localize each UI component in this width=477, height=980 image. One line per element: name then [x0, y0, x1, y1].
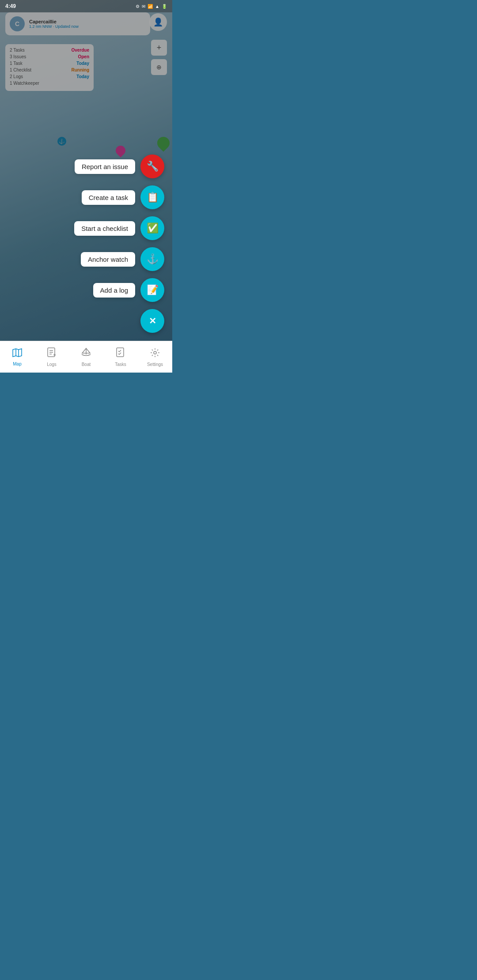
log-icon: 📝	[147, 284, 159, 296]
map-nav-label: Map	[13, 362, 21, 366]
nav-item-tasks[interactable]: Tasks	[107, 347, 134, 367]
add-log-button[interactable]: 📝	[140, 278, 164, 302]
settings-nav-icon	[150, 347, 160, 361]
fab-row-anchor-watch: Anchor watch ⚓	[81, 247, 164, 271]
anchor-icon: ⚓	[147, 253, 159, 265]
close-icon: ✕	[149, 316, 156, 326]
boat-nav-icon	[80, 347, 92, 361]
logs-nav-label: Logs	[47, 362, 57, 367]
logs-nav-icon	[47, 347, 57, 361]
fab-row-create-task: Create a task 📋	[82, 185, 164, 209]
nav-item-logs[interactable]: Logs	[38, 347, 65, 367]
fab-row-start-checklist: Start a checklist ✅	[74, 216, 164, 240]
status-time: 4:49	[5, 3, 16, 9]
fab-row-close: ✕	[140, 309, 164, 333]
fab-menu: Report an issue 🔧 Create a task 📋 Start …	[74, 155, 164, 333]
report-issue-button[interactable]: 🔧	[140, 155, 164, 178]
create-task-label[interactable]: Create a task	[82, 190, 135, 205]
fab-close-button[interactable]: ✕	[140, 309, 164, 333]
fab-row-add-log: Add a log 📝	[93, 278, 164, 302]
checklist-icon: ✅	[147, 222, 159, 234]
tasks-nav-label: Tasks	[115, 362, 126, 367]
create-task-button[interactable]: 📋	[140, 185, 164, 209]
nav-item-map[interactable]: Map	[4, 348, 30, 366]
wrench-icon: 🔧	[147, 161, 159, 172]
map-nav-icon	[12, 348, 23, 360]
wifi-icon: ▲	[155, 4, 159, 9]
boat-nav-label: Boat	[82, 362, 91, 367]
report-issue-label[interactable]: Report an issue	[75, 159, 135, 174]
nav-item-boat[interactable]: Boat	[73, 347, 99, 367]
status-bar: 4:49 ⚙ ✉ 📶 ▲ 🔋	[0, 0, 172, 12]
status-icons: ⚙ ✉ 📶 ▲ 🔋	[136, 4, 167, 9]
email-icon: ✉	[142, 4, 145, 9]
fab-row-report-issue: Report an issue 🔧	[75, 155, 164, 178]
settings-icon: ⚙	[136, 4, 140, 9]
start-checklist-button[interactable]: ✅	[140, 216, 164, 240]
add-log-label[interactable]: Add a log	[93, 283, 135, 298]
anchor-watch-label[interactable]: Anchor watch	[81, 252, 135, 267]
start-checklist-label[interactable]: Start a checklist	[74, 221, 135, 236]
svg-point-7	[154, 351, 156, 354]
svg-rect-6	[117, 348, 124, 357]
settings-nav-label: Settings	[147, 362, 163, 367]
tasks-nav-icon	[116, 347, 125, 361]
anchor-watch-button[interactable]: ⚓	[140, 247, 164, 271]
clipboard-icon: 📋	[147, 192, 159, 203]
battery-icon: 🔋	[162, 4, 167, 9]
nav-item-settings[interactable]: Settings	[142, 347, 168, 367]
signal-icon: 📶	[148, 4, 153, 9]
bottom-nav: Map Logs Boat	[0, 341, 172, 373]
